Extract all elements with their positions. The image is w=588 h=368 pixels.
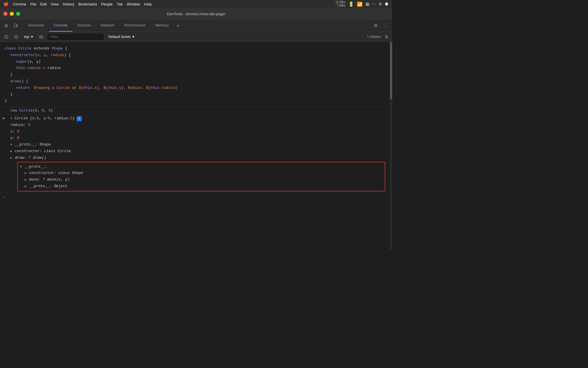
close-button[interactable]: [3, 12, 7, 16]
clear-console-icon[interactable]: [2, 33, 10, 41]
scrollbar-track[interactable]: [390, 42, 392, 250]
dropdown-arrow-icon: ▾: [31, 34, 33, 39]
inner-proto-object-row: ▶ __proto__: Object: [20, 183, 382, 190]
constructor-circle-row: ▶ constructor: class Circle: [10, 148, 388, 155]
tab-elements[interactable]: Elements: [24, 20, 49, 32]
hidden-count: 1 hidden: [367, 34, 381, 39]
code-line-2: constructor(x, y, radius) {: [5, 52, 385, 59]
draw-method-row: ▶ draw: f draw(): [10, 155, 388, 161]
control-strip-icon[interactable]: ≡: [379, 1, 382, 7]
svg-rect-1: [16, 25, 18, 27]
code-line-7: return `Drawing a Circle at ${this.x}, $…: [5, 85, 385, 91]
constructor-shape-row: ▶ constructor: class Shape: [20, 170, 382, 177]
expand-move-icon[interactable]: ▶: [25, 178, 29, 182]
settings-icon[interactable]: ⚙: [372, 21, 380, 30]
svg-point-6: [39, 35, 43, 38]
code-line-5: }: [5, 72, 385, 78]
menu-help[interactable]: Help: [144, 2, 152, 6]
entry-arrow-icon: [2, 108, 8, 108]
clock: ⌚: [384, 2, 389, 6]
tab-sources[interactable]: Sources: [73, 20, 96, 32]
block-icon[interactable]: [12, 33, 20, 41]
levels-arrow-icon: ▾: [132, 34, 134, 39]
more-options-icon[interactable]: ⋮: [381, 21, 390, 30]
window-title: DevTools - chrome://new-tab-page/: [167, 12, 225, 16]
code-line-8: }: [5, 91, 385, 98]
highlighted-proto-section: ▼ __proto__: ▶ constructor: class Shape …: [17, 162, 385, 191]
expand-proto-shape-icon[interactable]: ▼: [10, 143, 14, 147]
tab-performance[interactable]: Performance: [119, 20, 150, 32]
code-line-4: this.radius = radius: [5, 65, 385, 72]
expand-draw-icon[interactable]: ▶: [10, 156, 14, 160]
apple-logo-icon[interactable]: 🍎: [3, 1, 9, 7]
devtools-panel: Elements Console Sources Network Perform…: [0, 20, 392, 250]
menu-bookmarks[interactable]: Bookmarks: [78, 2, 97, 6]
wifi-icon: 📶: [357, 1, 363, 7]
console-input-line[interactable]: ›: [0, 193, 390, 202]
network-speed: 12 KB/s7 KB/s: [335, 1, 345, 7]
move-method-row: ▶ move: f move(x, y): [20, 177, 382, 183]
device-toolbar-icon[interactable]: [11, 21, 20, 30]
prop-radius: radius: 5: [10, 122, 388, 129]
menu-people[interactable]: People: [101, 2, 113, 6]
svg-point-7: [40, 36, 42, 37]
menu-bar-right: 12 KB/s7 KB/s 🔋 📶 ⊞ ··· ≡ ⌚: [335, 1, 389, 7]
prop-x: x: 0: [10, 129, 388, 135]
battery-icon: 🔋: [348, 1, 354, 7]
expand-constructor-icon[interactable]: ▶: [10, 149, 14, 154]
result-content: ▼ Circle {x: 0, y: 0, radius: 5} 1 radiu…: [10, 115, 388, 192]
menu-bar-left: 🍎 Chrome File Edit View History Bookmark…: [3, 1, 152, 7]
code-line-6: draw() {: [5, 78, 385, 85]
more-icon[interactable]: ···: [372, 1, 376, 7]
filter-input[interactable]: [47, 33, 104, 41]
console-output[interactable]: class Circle extends Shape { constructor…: [0, 42, 392, 250]
console-settings-icon[interactable]: ⚙: [383, 33, 390, 40]
svg-line-3: [5, 36, 7, 38]
traffic-lights: [3, 12, 20, 16]
select-element-icon[interactable]: [2, 21, 11, 30]
expand-inner-proto-icon[interactable]: ▼: [20, 165, 24, 169]
svg-rect-0: [14, 24, 16, 27]
toolbar-separator: [22, 22, 22, 29]
tab-memory[interactable]: Memory: [151, 20, 173, 32]
menu-edit[interactable]: Edit: [40, 2, 47, 6]
menu-tab[interactable]: Tab: [117, 2, 123, 6]
toolbar-right: ⚙ ⋮: [372, 21, 390, 30]
console-input[interactable]: [7, 195, 388, 199]
menu-history[interactable]: History: [63, 2, 74, 6]
console-entry-new-circle: new Circle(0, 0, 5): [0, 107, 390, 114]
expand-cons-shape-icon[interactable]: ▶: [25, 171, 29, 176]
console-entry-result: ◀ ▼ Circle {x: 0, y: 0, radius: 5} 1 rad…: [0, 114, 390, 193]
proto-shape-row: ▼ __proto__: Shape: [10, 141, 388, 148]
prop-y: y: 0: [10, 135, 388, 141]
more-tabs-icon[interactable]: »: [174, 21, 183, 30]
new-circle-code: new Circle(0, 0, 5): [10, 108, 388, 114]
minimize-button[interactable]: [10, 12, 14, 16]
code-line-9: }: [5, 98, 385, 104]
control-center-icon[interactable]: ⊞: [365, 1, 369, 7]
log-levels-dropdown[interactable]: Default levels ▾: [106, 33, 137, 41]
expand-circle-icon[interactable]: ▼: [10, 116, 14, 121]
menu-window[interactable]: Window: [127, 2, 140, 6]
eye-icon[interactable]: [37, 33, 45, 41]
circle-object-row: ▼ Circle {x: 0, y: 0, radius: 5} 1: [10, 115, 388, 122]
code-input-block: class Circle extends Shape { constructor…: [0, 43, 390, 107]
context-selector[interactable]: top ▾: [22, 33, 35, 41]
chrome-titlebar: DevTools - chrome://new-tab-page/: [0, 8, 392, 20]
console-secondary-toolbar: top ▾ Default levels ▾ 1 hidden ⚙: [0, 32, 392, 42]
tab-console[interactable]: Console: [49, 20, 72, 32]
maximize-button[interactable]: [16, 12, 20, 16]
inner-proto-row: ▼ __proto__:: [20, 164, 382, 170]
menu-bar: 🍎 Chrome File Edit View History Bookmark…: [0, 0, 392, 8]
scrollbar-thumb[interactable]: [390, 42, 392, 99]
input-prompt-icon: ›: [2, 194, 5, 200]
menu-file[interactable]: File: [30, 2, 36, 6]
menu-chrome[interactable]: Chrome: [13, 2, 26, 6]
tab-network[interactable]: Network: [96, 20, 119, 32]
code-line-1: class Circle extends Shape {: [5, 45, 385, 52]
code-line-3: super(x, y): [5, 59, 385, 65]
console-content: class Circle extends Shape { constructor…: [0, 42, 390, 250]
menu-view[interactable]: View: [51, 2, 59, 6]
return-arrow-icon: ◀: [2, 115, 8, 121]
expand-inner-obj-icon[interactable]: ▶: [25, 184, 29, 189]
